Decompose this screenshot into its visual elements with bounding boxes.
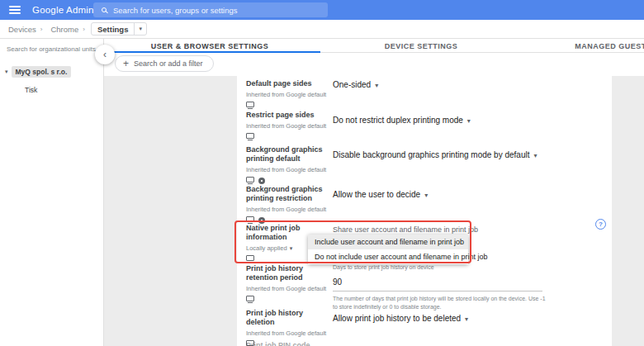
- dropdown-arrow-icon: ▾: [465, 315, 468, 323]
- plus-icon: +: [123, 58, 129, 69]
- dropdown-arrow-icon: ▾: [375, 82, 378, 89]
- collapse-sidebar-button[interactable]: ‹: [95, 45, 115, 64]
- field-helper-text: The number of days that print job histor…: [333, 295, 552, 311]
- filter-bar: + Search or add a filter: [104, 53, 644, 76]
- managed-guest-session-icon: [258, 217, 265, 224]
- setting-value-dropdown[interactable]: One-sided▾: [333, 80, 378, 89]
- chevron-left-icon: ‹: [103, 49, 107, 60]
- dropdown-arrow-icon: ▾: [533, 152, 537, 159]
- setting-value: Disable background graphics printing mod…: [333, 150, 529, 159]
- setting-source: Inherited from Google default: [246, 91, 332, 98]
- org-root-label: MyQ spol. s r.o.: [12, 66, 72, 78]
- setting-field: Days to store print job history on devic…: [333, 264, 552, 311]
- dropdown-arrow-icon: ▾: [467, 117, 471, 125]
- breadcrumb: Devices › Chrome › Settings ▾: [0, 20, 644, 39]
- google-admin-window: Google Admin Search for users, groups or…: [0, 0, 644, 346]
- setting-value: Do not restrict duplex printing mode: [333, 116, 463, 125]
- global-search-placeholder: Search for users, groups or settings: [113, 6, 238, 15]
- tree-expand-icon[interactable]: ▾: [5, 69, 8, 75]
- setting-value: One-sided: [333, 80, 371, 89]
- search-icon: [102, 7, 107, 12]
- computer-icon: [246, 216, 254, 222]
- sidebar-item-org-root[interactable]: ▾ MyQ spol. s r.o.: [5, 66, 103, 78]
- sidebar-item-org-child[interactable]: Tisk: [25, 86, 103, 94]
- setting-title: Default page sides: [246, 79, 332, 88]
- org-search-input[interactable]: Search for organizational units: [7, 45, 103, 53]
- setting-title: Print job history retention period: [246, 264, 332, 282]
- computer-icon: [246, 177, 254, 182]
- managed-guest-session-icon: [258, 178, 265, 184]
- breadcrumb-settings-chip[interactable]: Settings ▾: [91, 22, 147, 36]
- setting-source: Inherited from Google default: [246, 206, 332, 213]
- add-filter-chip[interactable]: + Search or add a filter: [115, 55, 214, 72]
- setting-source: Inherited from Google default: [246, 329, 332, 337]
- setting-title: Print job history deletion: [246, 309, 332, 327]
- setting-title: Background graphics printing restriction: [246, 185, 332, 203]
- breadcrumb-settings-label: Settings: [92, 25, 134, 34]
- setting-value-dropdown[interactable]: Allow the user to decide▾: [333, 190, 428, 199]
- computer-icon: [246, 255, 254, 261]
- dropdown-arrow-icon: ▾: [290, 245, 293, 251]
- add-filter-label: Search or add a filter: [134, 59, 203, 68]
- dropdown-arrow-icon: ▾: [424, 192, 428, 199]
- app-bar: Google Admin Search for users, groups or…: [0, 0, 644, 20]
- setting-source: Inherited from Google default: [246, 166, 332, 173]
- settings-card: Default page sides Inherited from Google…: [237, 76, 612, 346]
- setting-value-dropdown[interactable]: Do not restrict duplex printing mode▾: [333, 116, 471, 125]
- computer-icon: [246, 296, 254, 301]
- setting-source: Inherited from Google default: [246, 122, 332, 130]
- setting-title: Print job PIN code printing: [246, 341, 332, 346]
- retention-days-input[interactable]: 90: [333, 273, 542, 291]
- tab-managed-guest-sessions[interactable]: MANAGED GUEST SESSIONS: [527, 39, 644, 53]
- setting-title: Restrict page sides: [246, 111, 332, 120]
- dropdown-option-do-not-include[interactable]: Do not include user account and filename…: [308, 249, 468, 264]
- breadcrumb-separator-icon: ›: [40, 26, 43, 33]
- computer-icon: [246, 102, 254, 107]
- tab-device-settings[interactable]: DEVICE SETTINGS: [315, 39, 527, 53]
- setting-value-dropdown[interactable]: Disable background graphics printing mod…: [333, 150, 537, 159]
- menu-icon[interactable]: [9, 6, 21, 14]
- app-title: Google Admin: [32, 5, 94, 15]
- help-icon[interactable]: ?: [595, 219, 606, 230]
- breadcrumb-chrome[interactable]: Chrome: [50, 25, 78, 34]
- question-mark: ?: [599, 220, 603, 228]
- setting-source: Locally applied: [246, 244, 287, 252]
- setting-value: Allow print job history to be deleted: [333, 314, 461, 323]
- breadcrumb-devices[interactable]: Devices: [8, 25, 36, 34]
- active-tab-underline: [107, 51, 320, 53]
- field-label: Days to store print job history on devic…: [333, 264, 552, 270]
- native-print-job-dropdown-menu: Include user account and filename in pri…: [308, 235, 468, 264]
- dropdown-option-include[interactable]: Include user account and filename in pri…: [308, 235, 468, 249]
- setting-value-dropdown[interactable]: Allow print job history to be deleted▾: [333, 314, 468, 323]
- org-unit-sidebar: Search for organizational units ▾ MyQ sp…: [0, 39, 104, 346]
- chevron-down-icon[interactable]: ▾: [134, 23, 146, 35]
- setting-title: Background graphics printing default: [246, 145, 332, 164]
- computer-icon: [246, 133, 254, 139]
- breadcrumb-separator-icon: ›: [83, 26, 85, 33]
- setting-current-value[interactable]: Share user account and filename in print…: [333, 225, 478, 234]
- setting-value: Allow the user to decide: [333, 190, 420, 199]
- global-search-input[interactable]: Search for users, groups or settings: [93, 2, 328, 17]
- setting-source: Inherited from Google default: [246, 285, 332, 292]
